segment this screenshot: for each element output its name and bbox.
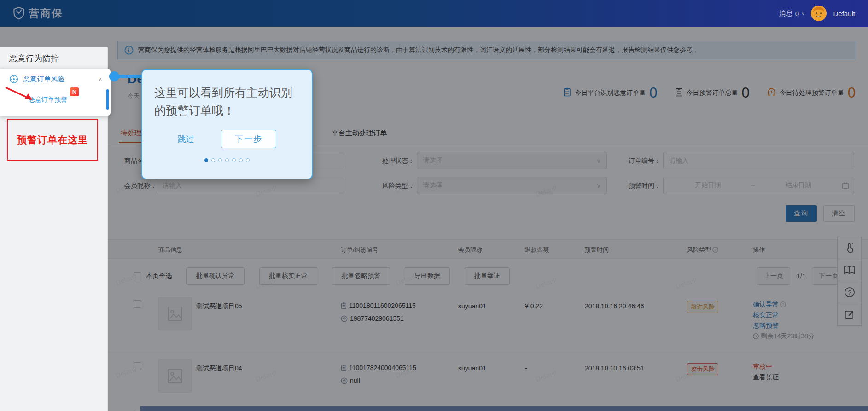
menu-compass-icon (9, 75, 18, 84)
messages-label: 消息 (779, 9, 793, 18)
sidebar-section-title: 恶意行为防控 (0, 47, 107, 71)
sidebar-item-malicious-order-risk[interactable]: 恶意订单风险 ∧ (0, 69, 111, 87)
chevron-down-icon: ∨ (801, 11, 804, 16)
tutorial-dot[interactable] (204, 158, 208, 162)
tutorial-dot[interactable] (239, 158, 243, 162)
tutorial-dots (154, 158, 300, 162)
shield-logo-icon (13, 6, 25, 20)
skip-button[interactable]: 跳过 (178, 133, 194, 145)
tutorial-dim-overlay (0, 27, 868, 411)
tutorial-connector-dot (109, 71, 119, 81)
tutorial-dot[interactable] (211, 158, 215, 162)
bottom-scrollbar[interactable] (140, 406, 868, 411)
tutorial-dot[interactable] (218, 158, 222, 162)
tutorial-popup: 这里可以看到所有主动识别的预警订单哦！ 跳过 下一步 (141, 69, 313, 179)
red-annotation-text: 预警订单在这里 (17, 133, 88, 146)
active-indicator-bar (106, 89, 109, 110)
tutorial-message: 这里可以看到所有主动识别的预警订单哦！ (154, 84, 300, 120)
brand-logo: 营商保 (13, 6, 63, 21)
logo-text: 营商保 (29, 6, 63, 21)
avatar[interactable] (811, 6, 827, 21)
tutorial-dot[interactable] (246, 158, 250, 162)
app-screen: 营商保 消息 0 ∨ Default (0, 0, 868, 411)
red-annotation-arrow (4, 86, 37, 105)
avatar-face-icon (811, 6, 827, 21)
messages-count: 0 (795, 10, 799, 17)
tutorial-dot[interactable] (232, 158, 236, 162)
tutorial-dot[interactable] (225, 158, 229, 162)
next-step-button[interactable]: 下一步 (221, 130, 276, 148)
topbar-right: 消息 0 ∨ Default (779, 6, 855, 21)
chevron-up-icon[interactable]: ∧ (99, 76, 102, 82)
new-badge: N (70, 87, 79, 96)
top-navbar: 营商保 消息 0 ∨ Default (0, 0, 868, 27)
tutorial-actions: 跳过 下一步 (154, 130, 300, 148)
account-name[interactable]: Default (833, 10, 855, 17)
messages-menu[interactable]: 消息 0 ∨ (779, 9, 805, 18)
red-annotation-box: 预警订单在这里 (7, 119, 98, 161)
sidebar-item-label: 恶意订单风险 (23, 75, 94, 84)
